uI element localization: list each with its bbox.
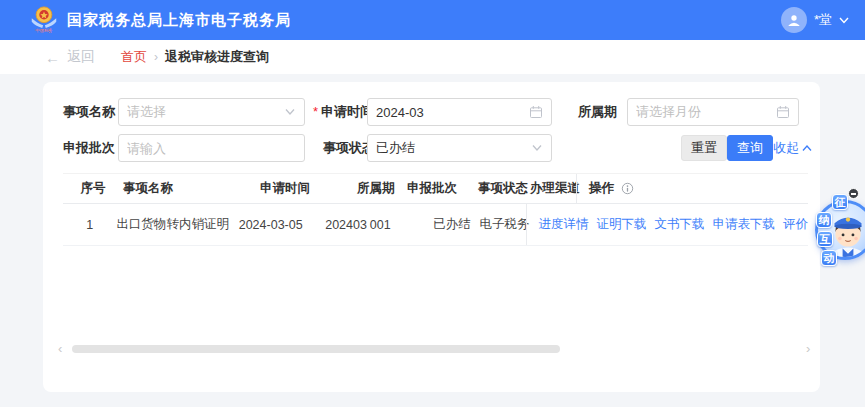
scroll-left-arrow[interactable]: ‹ — [58, 342, 62, 356]
cell-period: 202403 — [325, 218, 370, 232]
column-header-actions: 操作 — [576, 174, 808, 203]
item-name-label: 事项名称 — [63, 98, 115, 126]
required-mark: * — [313, 104, 318, 119]
assistant-widget: 征 纳 互 动 — [815, 200, 865, 260]
reset-button[interactable]: 重置 — [681, 135, 727, 161]
tax-bureau-logo-icon: 中国税务 — [30, 5, 58, 35]
column-header-batch: 申报批次 — [407, 180, 478, 197]
app-header: 中国税务 国家税务总局上海市电子税务局 *堂 — [0, 0, 865, 40]
widget-label-char: 动 — [821, 250, 837, 266]
column-header-status: 事项状态 — [478, 180, 530, 197]
item-name-select[interactable]: 请选择 — [118, 98, 305, 126]
period-label: 所属期 — [578, 98, 617, 126]
query-button[interactable]: 查询 — [727, 135, 773, 161]
user-icon — [786, 12, 802, 28]
cell-channel: 电子税务 — [480, 216, 526, 233]
app-title: 国家税务总局上海市电子税务局 — [67, 11, 291, 30]
cell-seq: 1 — [63, 218, 117, 232]
action-cert-download[interactable]: 证明下载 — [597, 216, 647, 233]
calendar-icon — [776, 105, 790, 119]
apply-time-label: *申请时间 — [313, 98, 373, 126]
user-name: *堂 — [814, 11, 832, 29]
table-row: 1 出口货物转内销证明 2024-03-05 202403 001 已办结 电子… — [63, 204, 808, 246]
cell-item-name: 出口货物转内销证明 — [117, 216, 239, 233]
cell-status: 已办结 — [433, 216, 479, 233]
svg-text:中国税务: 中国税务 — [35, 28, 53, 33]
column-header-item-name: 事项名称 — [123, 180, 260, 197]
page-title: 退税审核进度查询 — [165, 48, 269, 66]
widget-label-char: 纳 — [816, 212, 832, 228]
widget-close-button[interactable] — [848, 188, 859, 199]
calendar-icon — [529, 105, 543, 119]
column-header-channel: 办理渠道 — [530, 180, 576, 197]
apply-time-picker[interactable]: 2024-03 — [367, 98, 552, 126]
batch-label: 申报批次 — [63, 134, 115, 162]
action-progress-detail[interactable]: 进度详情 — [539, 216, 589, 233]
query-panel: 事项名称 请选择 *申请时间 2024-03 所属期 请选择月份 — [43, 82, 820, 392]
period-picker[interactable]: 请选择月份 — [627, 98, 799, 126]
horizontal-scrollbar: ‹ › — [43, 342, 820, 356]
breadcrumb-home-link[interactable]: 首页 — [121, 48, 147, 66]
chevron-down-icon — [531, 144, 543, 152]
column-header-seq: 序号 — [63, 180, 123, 197]
column-header-apply-time: 申请时间 — [260, 180, 357, 197]
widget-label-char: 互 — [817, 231, 833, 247]
screen: 中国税务 国家税务总局上海市电子税务局 *堂 ← 返回 首页 › 退税审核进度查… — [0, 0, 865, 407]
chevron-down-icon — [284, 108, 296, 116]
widget-label-char: 征 — [832, 194, 848, 210]
avatar[interactable] — [781, 7, 807, 33]
table-header-row: 序号 事项名称 申请时间 所属期 申报批次 事项状态 办理渠道 操作 — [63, 173, 808, 204]
batch-input[interactable] — [118, 134, 305, 162]
scrollbar-thumb[interactable] — [72, 345, 560, 353]
info-circle-icon[interactable] — [621, 182, 634, 195]
user-menu[interactable]: *堂 — [781, 0, 849, 40]
cell-apply-time: 2024-03-05 — [239, 218, 326, 232]
collapse-toggle[interactable]: 收起 — [773, 135, 812, 161]
cell-actions: 进度详情 证明下载 文书下载 申请表下载 评价 — [526, 204, 809, 245]
chevron-down-icon — [839, 17, 849, 24]
status-select[interactable]: 已办结 — [367, 134, 552, 162]
back-arrow-icon[interactable]: ← — [45, 49, 60, 66]
chevron-up-icon — [802, 145, 812, 152]
cell-batch: 001 — [370, 218, 433, 232]
action-evaluate[interactable]: 评价 — [783, 216, 808, 233]
scroll-right-arrow[interactable]: › — [806, 342, 810, 356]
back-button[interactable]: 返回 — [67, 48, 95, 66]
breadcrumb-separator: › — [154, 50, 158, 64]
column-header-period: 所属期 — [357, 180, 407, 197]
action-form-download[interactable]: 申请表下载 — [713, 216, 776, 233]
action-doc-download[interactable]: 文书下载 — [655, 216, 705, 233]
breadcrumb: ← 返回 首页 › 退税审核进度查询 — [0, 40, 865, 74]
